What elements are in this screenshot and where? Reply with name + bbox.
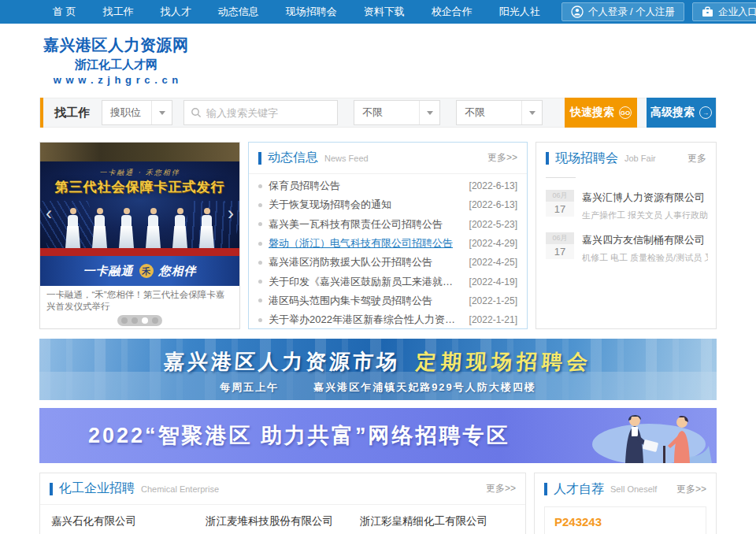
banner-title-yellow: 定期现场招聘会 <box>415 348 593 376</box>
news-feed-panel: 动态信息 News Feed 更多>> 保育员招聘公告 [2022-6-13] … <box>248 142 528 329</box>
position-type-value: 搜职位 <box>102 106 151 120</box>
online-banner-title: 2022“智聚港区 助力共富”网络招聘专区 <box>88 421 510 450</box>
carousel-caption[interactable]: 一卡融通，“禾”您相伴！第三代社会保障卡嘉兴首发仪式举行 <box>40 286 239 313</box>
filter2-select[interactable]: 不限 <box>456 100 543 125</box>
chemical-company: 嘉兴石化有限公司 工艺员 设备管理 保卫（残疾工） <box>51 514 206 534</box>
personal-login-label: 个人登录 / 个人注册 <box>588 6 675 19</box>
nav-item-find-talent[interactable]: 找人才 <box>147 0 205 24</box>
filter1-value: 不限 <box>354 106 419 120</box>
chemical-company-row: 嘉兴石化有限公司 工艺员 设备管理 保卫（残疾工） 浙江麦堆科技股份有限公司 销… <box>40 505 525 534</box>
company-name-link[interactable]: 浙江麦堆科技股份有限公司 <box>206 514 360 528</box>
banner-text-left: 一卡融通 <box>83 264 134 279</box>
news-item[interactable]: 关于举办2022年港区新春综合性人力资源暨春风... [2022-1-21] <box>258 310 517 329</box>
job-fair-item[interactable]: 06月 17 嘉兴汇博人力资源有限公司 生产操作工 报关文员 人事行政助理... <box>536 184 716 227</box>
news-date: [2022-4-25] <box>463 257 517 268</box>
talent-title: 人才自荐 <box>554 481 604 498</box>
bullet-icon <box>258 318 262 322</box>
quick-search-label: 快速搜索 <box>570 106 614 120</box>
carousel-dot[interactable] <box>152 317 158 324</box>
news-item[interactable]: 嘉兴港区消防救援大队公开招聘公告 [2022-4-25] <box>258 253 517 272</box>
nav-item-sunshine-hr[interactable]: 阳光人社 <box>486 0 554 24</box>
banner-schedule: 每周五上午 <box>220 380 279 395</box>
company-name-link[interactable]: 嘉兴石化有限公司 <box>51 514 206 528</box>
job-fair-header: 现场招聘会 Job Fair 更多 <box>536 143 716 174</box>
search-category-label: 找工作 <box>54 106 90 121</box>
news-list: 保育员招聘公告 [2022-6-13] 关于恢复现场招聘会的通知 [2022-6… <box>249 174 527 329</box>
stage-people <box>40 208 239 248</box>
hr-market-banner[interactable]: 嘉兴港区人力资源市场 定期现场招聘会 每周五上午 嘉兴港区乍浦镇天妃路929号人… <box>39 339 717 400</box>
news-item[interactable]: 嘉兴美一瓦科技有限责任公司招聘公告 [2022-5-23] <box>258 215 517 234</box>
carousel-dot[interactable] <box>132 317 138 324</box>
advanced-search-button[interactable]: 高级搜索 → <box>647 98 716 128</box>
job-fair-jobs: 机修工 电工 质量检验员/测试员 叉车... <box>582 252 708 264</box>
bullet-icon <box>258 280 262 284</box>
bullet-icon <box>258 222 262 226</box>
job-search-bar: 找工作 搜职位 不限 不限 快速搜索 GO 高级搜索 → <box>39 98 717 128</box>
news-date: [2022-6-13] <box>463 199 517 210</box>
company-name-link[interactable]: 浙江彩皇精细化工有限公司 <box>360 514 514 528</box>
nav-item-downloads[interactable]: 资料下载 <box>350 0 418 24</box>
chemical-more-link[interactable]: 更多>> <box>486 482 516 495</box>
job-fair-item[interactable]: 06月 17 嘉兴四方友信制桶有限公司 机修工 电工 质量检验员/测试员 叉车.… <box>536 227 716 269</box>
chemical-company: 浙江麦堆科技股份有限公司 销售专员 会计 土建主管 <box>206 514 360 534</box>
resume-card[interactable]: P243243 男 ｜ 嘉兴市->嘉兴港区 ｜ 八年以上 <box>544 506 706 534</box>
stage-title-text: 第三代社会保障卡正式发行 <box>40 178 239 196</box>
job-fair-more-link[interactable]: 更多 <box>687 152 706 165</box>
stage-tagline-text: 一卡融通 · 禾您相伴 <box>40 168 239 178</box>
site-logo[interactable]: 嘉兴港区人力资源网 浙江化工人才网 w w w . z j h g r c . … <box>43 35 189 86</box>
carousel-dot-active[interactable] <box>142 317 148 324</box>
chevron-down-icon <box>151 101 172 124</box>
news-date: [2022-4-29] <box>463 238 517 249</box>
carousel-prev-arrow[interactable]: ‹ <box>46 206 52 221</box>
online-recruitment-banner[interactable]: 2022“智聚港区 助力共富”网络招聘专区 <box>39 408 717 463</box>
chevron-down-icon <box>419 101 439 124</box>
chemical-header: 化工企业招聘 Chemical Enterprise 更多>> <box>40 473 525 505</box>
news-feed-title: 动态信息 <box>268 150 318 166</box>
talent-more-link[interactable]: 更多>> <box>676 483 706 496</box>
carousel-dot[interactable] <box>121 317 128 324</box>
chemical-enterprise-panel: 化工企业招聘 Chemical Enterprise 更多>> 嘉兴石化有限公司… <box>39 473 526 534</box>
resume-id-link[interactable]: P243243 <box>554 515 696 528</box>
nav-item-job-fair[interactable]: 现场招聘会 <box>272 0 350 24</box>
chemical-company: 浙江彩皇精细化工有限公司 普工（制造科） 营业担当 <box>360 514 514 534</box>
chevron-down-icon <box>521 101 542 124</box>
news-date: [2022-5-23] <box>463 219 517 230</box>
news-item[interactable]: 关于印发《嘉兴港区鼓励新员工来港就业补助操作... [2022-4-19] <box>258 272 517 291</box>
keyword-search-field[interactable] <box>183 100 338 125</box>
enterprise-entry-button[interactable]: 企业入口 <box>692 2 756 21</box>
blue-bar-decor <box>50 483 53 495</box>
nav-item-home[interactable]: 首 页 <box>39 0 90 24</box>
job-fair-title: 现场招聘会 <box>555 150 618 167</box>
news-item[interactable]: 港区码头范围内集卡驾驶员招聘公告 [2022-1-25] <box>258 291 517 310</box>
keyword-search-input[interactable] <box>206 107 324 119</box>
talent-panel: 人才自荐 Sell Oneself 更多>> P243243 男 ｜ 嘉兴市->… <box>534 473 717 534</box>
quick-search-button[interactable]: 快速搜索 GO <box>565 98 637 128</box>
logo-title: 嘉兴港区人力资源网 <box>43 35 189 56</box>
news-item[interactable]: 关于恢复现场招聘会的通知 [2022-6-13] <box>258 195 517 214</box>
filter2-value: 不限 <box>457 106 521 120</box>
news-date: [2022-4-19] <box>463 276 517 287</box>
top-navigation: 首 页 找工作 找人才 动态信息 现场招聘会 资料下载 校企合作 阳光人社 个人… <box>0 0 756 24</box>
job-fair-subtitle: Job Fair <box>624 154 656 163</box>
position-type-select[interactable]: 搜职位 <box>102 100 172 125</box>
nav-item-find-job[interactable]: 找工作 <box>90 0 147 24</box>
news-feed-header: 动态信息 News Feed 更多>> <box>249 143 527 174</box>
blue-bar-decor <box>258 152 261 165</box>
people-illustration <box>562 408 712 463</box>
logo-subtitle: 浙江化工人才网 <box>43 57 189 72</box>
news-item-hovered[interactable]: 磐动（浙江）电气科技有限公司招聘公告 [2022-4-29] <box>258 234 517 253</box>
nav-item-school-cooperation[interactable]: 校企合作 <box>418 0 486 24</box>
carousel-slide-image[interactable]: 一卡融通 · 禾您相伴 第三代社会保障卡正式发行 一卡融通 禾 您 <box>40 143 239 286</box>
news-item[interactable]: 保育员招聘公告 [2022-6-13] <box>258 176 517 195</box>
filter1-select[interactable]: 不限 <box>354 100 440 125</box>
banner-address: 嘉兴港区乍浦镇天妃路929号人防大楼四楼 <box>313 380 536 395</box>
bullet-icon <box>258 261 262 265</box>
nav-item-news[interactable]: 动态信息 <box>205 0 272 24</box>
personal-login-button[interactable]: 个人登录 / 个人注册 <box>561 2 684 21</box>
seal-icon: 禾 <box>139 264 154 278</box>
chemical-subtitle: Chemical Enterprise <box>141 484 219 494</box>
bullet-icon <box>258 184 262 188</box>
news-more-link[interactable]: 更多>> <box>487 151 517 165</box>
carousel-next-arrow[interactable]: › <box>228 206 234 221</box>
search-icon <box>191 107 202 118</box>
